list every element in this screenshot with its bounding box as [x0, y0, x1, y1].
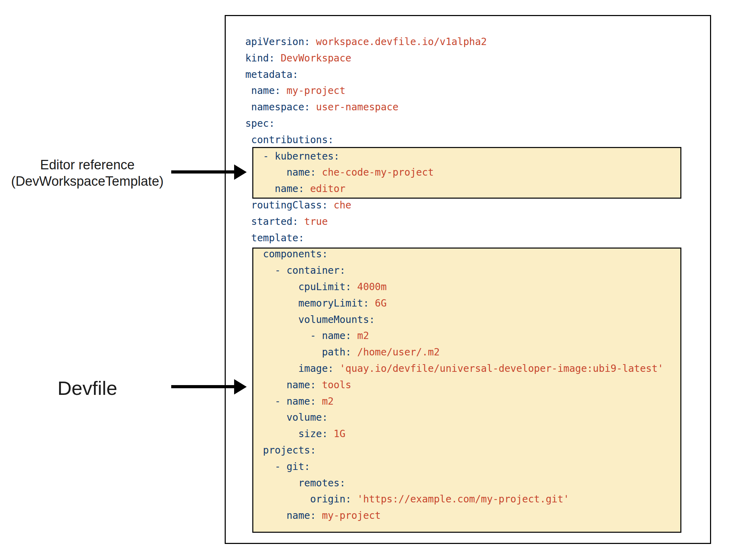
editor-reference-arrow-shaft [171, 170, 236, 174]
devfile-label: Devfile [0, 378, 175, 399]
yaml-line-spec-fields: started: true [245, 214, 664, 230]
yaml-line-devfile: projects: [245, 442, 664, 459]
yaml-line-header: namespace: user-namespace [245, 99, 664, 116]
yaml-line-devfile: memoryLimit: 6G [245, 295, 664, 312]
yaml-line-devfile: cpuLimit: 4000m [245, 279, 664, 295]
yaml-line-devfile: size: 1G [245, 426, 664, 442]
yaml-line-header: spec: [245, 116, 664, 132]
yaml-line-devfile: image: 'quay.io/devfile/universal-develo… [245, 361, 664, 377]
yaml-line-devfile: remotes: [245, 475, 664, 492]
devfile-arrow-shaft [171, 385, 236, 388]
yaml-line-editor-reference: name: che-code-my-project [245, 164, 664, 181]
yaml-line-devfile: name: tools [245, 377, 664, 393]
devworkspace-diagram: Editor reference (DevWorkspaceTemplate) … [0, 0, 731, 560]
yaml-line-editor-reference: name: editor [245, 181, 664, 197]
yaml-line-header: contributions: [245, 132, 664, 148]
devworkspace-yaml-frame: apiVersion: workspace.devfile.io/v1alpha… [225, 15, 711, 544]
yaml-line-devfile: - name: m2 [245, 393, 664, 410]
yaml-line-devfile: - name: m2 [245, 328, 664, 344]
yaml-code: apiVersion: workspace.devfile.io/v1alpha… [245, 34, 664, 524]
yaml-line-editor-reference: - kubernetes: [245, 148, 664, 165]
yaml-line-devfile: - git: [245, 459, 664, 475]
yaml-line-spec-fields: routingClass: che [245, 197, 664, 214]
editor-reference-arrow-head-icon [234, 164, 247, 180]
editor-reference-label-line2: (DevWorkspaceTemplate) [0, 173, 175, 190]
yaml-line-header: kind: DevWorkspace [245, 50, 664, 67]
editor-reference-label: Editor reference (DevWorkspaceTemplate) [0, 157, 175, 190]
yaml-line-devfile: origin: 'https://example.com/my-project.… [245, 491, 664, 508]
yaml-line-devfile: name: my-project [245, 508, 664, 524]
yaml-line-header: apiVersion: workspace.devfile.io/v1alpha… [245, 34, 664, 50]
yaml-line-devfile: volume: [245, 410, 664, 426]
devfile-arrow-head-icon [234, 379, 247, 395]
yaml-line-spec-fields: template: [245, 230, 664, 246]
yaml-line-devfile: volumeMounts: [245, 312, 664, 328]
yaml-line-header: name: my-project [245, 83, 664, 99]
editor-reference-label-line1: Editor reference [0, 157, 175, 173]
yaml-line-devfile: - container: [245, 263, 664, 279]
yaml-line-header: metadata: [245, 67, 664, 83]
yaml-line-devfile: path: /home/user/.m2 [245, 344, 664, 361]
yaml-line-devfile: components: [245, 246, 664, 263]
